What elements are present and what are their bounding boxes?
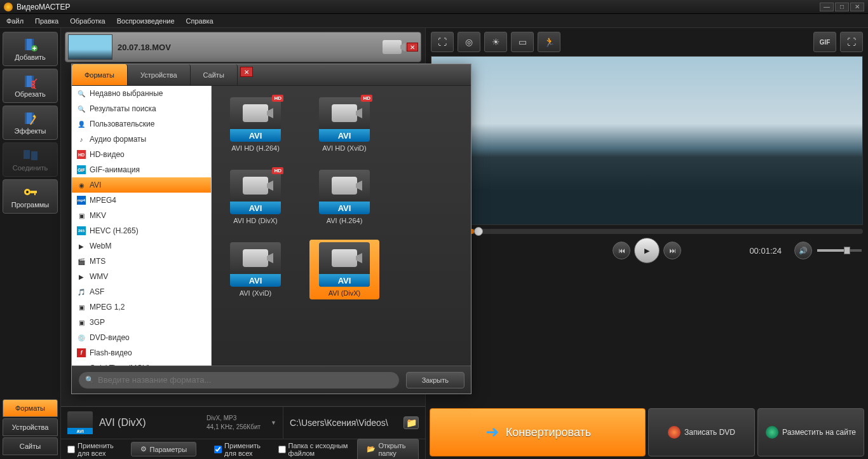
time-label: 00:01:24	[749, 246, 782, 256]
programs-button[interactable]: Программы	[3, 179, 58, 214]
convert-button[interactable]: Конвертировать	[430, 408, 646, 456]
menu-file[interactable]: Файл	[6, 17, 24, 25]
join-button: Соединить	[3, 142, 58, 177]
left-tab-devices[interactable]: Устройства	[3, 418, 58, 436]
category-item[interactable]: 🔍Недавно выбранные	[72, 86, 211, 101]
popup-tab-formats[interactable]: Форматы	[72, 64, 128, 85]
format-caption: AVI (DivX)	[329, 289, 361, 297]
camera-icon	[243, 177, 268, 195]
format-item[interactable]: AVIAVI (H.264)	[309, 167, 379, 227]
play-button[interactable]: ▶	[634, 238, 660, 263]
category-item[interactable]: ▣MPEG 1,2	[72, 299, 211, 315]
category-item[interactable]: 265HEVC (H.265)	[72, 223, 211, 238]
maximize-button[interactable]: □	[835, 3, 849, 11]
category-item[interactable]: ♪Аудио форматы	[72, 132, 211, 147]
format-item[interactable]: AVIAVI (DivX)	[309, 240, 379, 299]
burn-dvd-button[interactable]: Записать DVD	[648, 408, 755, 456]
add-button[interactable]: Добавить	[3, 32, 58, 66]
remove-file-button[interactable]: ✕	[407, 43, 418, 51]
category-label: WMV	[90, 272, 108, 281]
film-scissors-icon	[23, 74, 38, 89]
category-item[interactable]: mp4MPEG4	[72, 193, 211, 208]
enhance-button[interactable]: ◎	[458, 32, 480, 52]
format-item[interactable]: HDAVIAVI HD (DivX)	[220, 167, 290, 227]
apply-all-checkbox[interactable]: Применить для всех	[67, 442, 122, 457]
category-item[interactable]: GIFGIF-анимация	[72, 162, 211, 177]
text-button[interactable]: ▭	[511, 32, 534, 52]
minimize-button[interactable]: —	[820, 3, 834, 11]
file-row[interactable]: 20.07.18.MOV ✕	[65, 32, 421, 62]
speed-button[interactable]: 🏃	[538, 32, 560, 52]
crop-button[interactable]: ⛶	[431, 32, 454, 52]
menu-edit[interactable]: Правка	[35, 17, 58, 25]
popup-close-button[interactable]: ✕	[240, 67, 253, 77]
svg-point-15	[26, 191, 29, 193]
open-folder-button[interactable]: 📂Открыть папку	[357, 439, 419, 460]
category-item[interactable]: HDHD-видео	[72, 147, 211, 162]
category-item[interactable]: ▶WMV	[72, 269, 211, 284]
format-label: AVI	[319, 129, 370, 142]
category-item[interactable]: fFlash-видео	[72, 345, 211, 360]
svg-rect-16	[31, 191, 37, 193]
category-item[interactable]: 💿DVD-видео	[72, 330, 211, 345]
left-tab-sites[interactable]: Сайты	[3, 437, 58, 455]
format-label: AVI	[230, 274, 281, 287]
category-label: MTS	[90, 257, 105, 266]
category-item[interactable]: ▣3GP	[72, 315, 211, 330]
format-thumb: AVI	[319, 242, 370, 287]
apply-all-checkbox-2[interactable]: Применить для всех	[214, 442, 269, 457]
prev-button[interactable]: ⏮	[613, 242, 630, 259]
gif-button[interactable]: GIF	[813, 32, 836, 52]
camera-icon	[243, 104, 268, 122]
category-label: 3GP	[90, 318, 105, 327]
fullscreen-button[interactable]: ⛶	[840, 32, 863, 52]
next-button[interactable]: ⏭	[663, 242, 681, 259]
left-tab-formats[interactable]: Форматы	[3, 399, 58, 417]
category-item[interactable]: QQuickTime (MOV)	[72, 360, 211, 366]
popup-tab-devices[interactable]: Устройства	[128, 64, 191, 85]
menu-playback[interactable]: Воспроизведение	[117, 17, 175, 25]
preview-area[interactable]	[431, 56, 863, 225]
params-button[interactable]: ⚙Параметры	[131, 442, 196, 456]
seek-handle[interactable]	[474, 227, 483, 236]
volume-slider[interactable]	[817, 249, 862, 252]
menu-help[interactable]: Справка	[186, 17, 214, 25]
format-detail: 44,1 KHz, 256Кбит	[207, 423, 261, 432]
src-folder-checkbox[interactable]: Папка с исходным файлом	[278, 442, 349, 457]
format-name: AVI (DivX)	[99, 417, 146, 428]
category-item[interactable]: ◉AVI	[72, 177, 211, 193]
play-icon: ▶	[644, 247, 649, 255]
category-label: MPEG4	[90, 196, 116, 205]
running-icon: 🏃	[544, 37, 555, 47]
format-item[interactable]: AVIAVI (XviD)	[220, 240, 290, 299]
popup-tab-sites[interactable]: Сайты	[191, 64, 238, 85]
hd-badge: HD	[272, 95, 283, 102]
category-label: GIF-анимация	[90, 165, 140, 174]
chevron-down-icon[interactable]: ▼	[271, 420, 276, 426]
search-input[interactable]	[98, 375, 393, 385]
browse-folder-button[interactable]: 📁	[403, 416, 419, 429]
effects-button[interactable]: Эффекты	[3, 106, 58, 140]
cut-button[interactable]: Обрезать	[3, 69, 58, 103]
skip-back-icon: ⏮	[618, 247, 625, 254]
category-item[interactable]: 🎬MTS	[72, 254, 211, 269]
speaker-icon: 🔊	[799, 247, 808, 255]
publish-button[interactable]: Разместить на сайте	[757, 408, 864, 456]
category-item[interactable]: 👤Пользовательские	[72, 116, 211, 132]
menu-process[interactable]: Обработка	[70, 17, 105, 25]
volume-button[interactable]: 🔊	[794, 242, 812, 259]
category-item[interactable]: ▣MKV	[72, 208, 211, 223]
format-item[interactable]: HDAVIAVI HD (XviD)	[309, 95, 379, 154]
format-popup: Форматы Устройства Сайты ✕ 🔍Недавно выбр…	[71, 64, 471, 394]
category-item[interactable]: 🔍Результаты поиска	[72, 101, 211, 116]
category-item[interactable]: ▶WebM	[72, 238, 211, 254]
category-item[interactable]: 🎵ASF	[72, 284, 211, 299]
close-window-button[interactable]: ✕	[850, 3, 864, 11]
search-box[interactable]: 🔍	[78, 371, 400, 389]
app-title: ВидеоМАСТЕР	[17, 3, 820, 11]
format-item[interactable]: HDAVIAVI HD (H.264)	[220, 95, 290, 154]
seek-bar[interactable]	[431, 229, 863, 234]
format-summary[interactable]: AVI AVI (DivX) DivX, MP3 44,1 KHz, 256Кб…	[61, 407, 283, 439]
brightness-button[interactable]: ☀	[484, 32, 507, 52]
popup-close-btn[interactable]: Закрыть	[406, 372, 465, 388]
